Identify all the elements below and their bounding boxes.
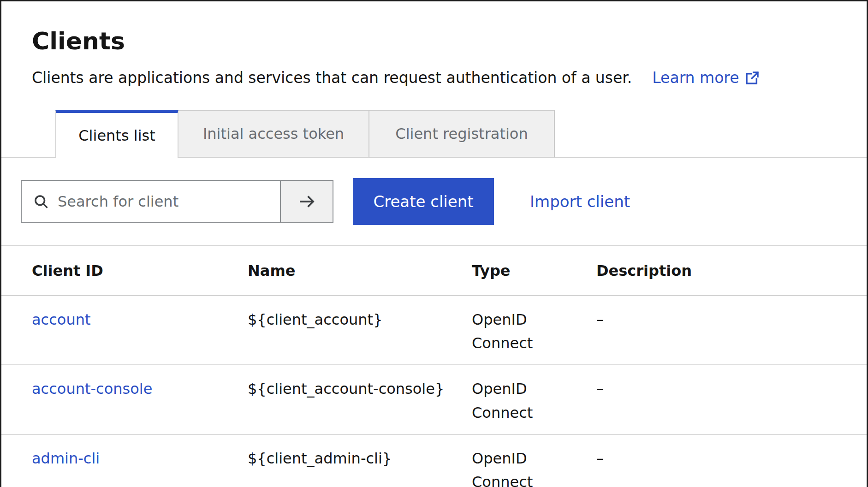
client-id-link[interactable]: account-console [32, 380, 152, 398]
column-header-name: Name [248, 262, 472, 279]
page-description-row: Clients are applications and services th… [32, 69, 836, 87]
client-id-cell: admin-cli [32, 447, 248, 470]
client-type-cell: OpenID Connect [472, 308, 596, 355]
search-input-box [21, 180, 281, 223]
client-description-cell: – [596, 308, 867, 332]
learn-more-link[interactable]: Learn more [652, 69, 759, 87]
client-type-cell: OpenID Connect [472, 377, 596, 424]
table-row: account ${client_account} OpenID Connect… [1, 296, 867, 365]
client-id-link[interactable]: admin-cli [32, 450, 100, 467]
clients-table: Client ID Name Type Description account … [1, 246, 867, 487]
column-header-description: Description [596, 262, 867, 279]
search-submit-button[interactable] [281, 180, 333, 223]
client-id-cell: account-console [32, 377, 248, 401]
client-name-cell: ${client_account-console} [248, 377, 472, 401]
tabs-left-spacer [1, 110, 55, 158]
clients-toolbar: Create client Import client [1, 158, 867, 246]
page-header: Clients Clients are applications and ser… [1, 1, 867, 87]
learn-more-label: Learn more [652, 69, 739, 87]
client-search [21, 180, 333, 223]
client-id-cell: account [32, 308, 248, 332]
tabs-right-spacer [555, 110, 867, 158]
page-description: Clients are applications and services th… [32, 69, 632, 87]
client-type-cell: OpenID Connect [472, 447, 596, 487]
column-header-type: Type [472, 262, 596, 279]
tab-client-registration[interactable]: Client registration [369, 110, 555, 158]
page-title: Clients [32, 27, 836, 55]
table-row: admin-cli ${client_admin-cli} OpenID Con… [1, 435, 867, 487]
search-input[interactable] [49, 192, 273, 211]
external-link-icon [745, 71, 760, 85]
tab-clients-list-label: Clients list [78, 127, 155, 144]
tab-clients-list[interactable]: Clients list [55, 110, 178, 158]
clients-tabs: Clients list Initial access token Client… [1, 110, 867, 158]
table-header-row: Client ID Name Type Description [1, 246, 867, 296]
client-description-cell: – [596, 447, 867, 470]
arrow-right-icon [297, 192, 316, 211]
client-description-cell: – [596, 377, 867, 401]
client-name-cell: ${client_account} [248, 308, 472, 332]
column-header-client-id: Client ID [32, 262, 248, 279]
import-client-link[interactable]: Import client [530, 192, 630, 211]
client-name-cell: ${client_admin-cli} [248, 447, 472, 470]
tab-initial-access-token-label: Initial access token [203, 125, 344, 143]
search-icon [33, 193, 49, 210]
create-client-button[interactable]: Create client [353, 178, 494, 225]
tab-client-registration-label: Client registration [395, 125, 528, 143]
table-row: account-console ${client_account-console… [1, 365, 867, 434]
client-id-link[interactable]: account [32, 311, 90, 328]
app-window: Clients Clients are applications and ser… [0, 0, 868, 487]
tab-initial-access-token[interactable]: Initial access token [178, 110, 369, 158]
